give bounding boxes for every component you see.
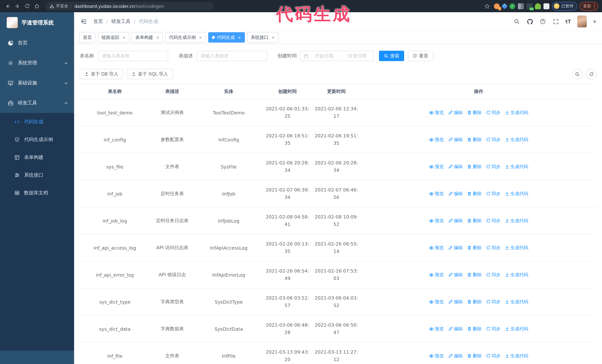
tab-codegen-example[interactable]: 代码生成示例× <box>165 32 206 42</box>
delete-link[interactable]: 删除 <box>467 218 482 224</box>
close-icon[interactable]: × <box>271 35 275 40</box>
extension-android-icon[interactable] <box>535 3 541 9</box>
preview-link[interactable]: 预览 <box>429 272 444 278</box>
generate-code-link[interactable]: 生成代码 <box>505 218 528 224</box>
tab-form-builder[interactable]: 表单构建× <box>131 32 163 42</box>
generate-code-link[interactable]: 生成代码 <box>505 164 528 170</box>
extension-puzzle-icon[interactable] <box>543 3 549 9</box>
refresh-table-button[interactable] <box>586 69 596 79</box>
delete-link[interactable]: 删除 <box>467 136 482 143</box>
close-icon[interactable]: × <box>122 35 126 40</box>
sync-link[interactable]: 同步 <box>486 218 501 224</box>
edit-link[interactable]: 编辑 <box>448 218 463 224</box>
search-button[interactable]: 搜索 <box>379 51 404 61</box>
preview-link[interactable]: 预览 <box>429 190 444 197</box>
generate-code-link[interactable]: 生成代码 <box>505 109 528 116</box>
toggle-search-button[interactable] <box>572 69 582 79</box>
edit-link[interactable]: 编辑 <box>448 136 463 143</box>
close-icon[interactable]: × <box>156 35 159 40</box>
forward-icon[interactable] <box>13 2 22 10</box>
table-name-input[interactable] <box>98 51 168 61</box>
sidebar-item-home[interactable]: 首页 <box>0 33 74 53</box>
generate-code-link[interactable]: 生成代码 <box>505 136 528 143</box>
generate-code-link[interactable]: 生成代码 <box>505 272 528 278</box>
table-desc-input[interactable] <box>197 51 267 61</box>
chrome-menu-icon[interactable] <box>594 4 595 9</box>
sync-link[interactable]: 同步 <box>486 190 501 197</box>
edit-link[interactable]: 编辑 <box>448 190 463 197</box>
back-icon[interactable] <box>4 2 12 10</box>
extension-dark-icon[interactable]: on <box>527 3 532 9</box>
sync-link[interactable]: 同步 <box>486 326 501 332</box>
home-icon[interactable] <box>32 2 41 10</box>
browser-update-button[interactable]: 更新 <box>580 2 598 10</box>
fullscreen-icon[interactable] <box>552 18 559 25</box>
close-icon[interactable]: × <box>199 35 202 40</box>
sync-link[interactable]: 同步 <box>486 164 501 170</box>
edit-link[interactable]: 编辑 <box>448 245 463 251</box>
edit-link[interactable]: 编辑 <box>448 299 463 305</box>
sync-link[interactable]: 同步 <box>486 245 501 251</box>
extension-columns-icon[interactable] <box>518 3 524 9</box>
preview-link[interactable]: 预览 <box>429 109 444 116</box>
sidebar-item-system[interactable]: 系统管理 <box>0 53 74 73</box>
edit-link[interactable]: 编辑 <box>448 272 463 278</box>
preview-link[interactable]: 预览 <box>429 353 444 359</box>
font-size-icon[interactable]: tT <box>565 19 571 24</box>
end-date-placeholder[interactable]: 结束日期 <box>344 53 370 59</box>
tab-trace[interactable]: 链路追踪× <box>98 32 129 42</box>
avatar-caret-icon[interactable]: ▼ <box>593 20 596 23</box>
app-logo-row[interactable]: 芋道管理系统 <box>0 12 74 33</box>
delete-link[interactable]: 删除 <box>467 245 482 251</box>
sync-link[interactable]: 同步 <box>486 136 501 143</box>
sidebar-item-system-api[interactable]: 系统接口 <box>0 166 74 184</box>
delete-link[interactable]: 删除 <box>467 190 482 197</box>
preview-link[interactable]: 预览 <box>429 218 444 224</box>
help-icon[interactable] <box>539 18 546 25</box>
generate-code-link[interactable]: 生成代码 <box>505 326 528 332</box>
preview-link[interactable]: 预览 <box>429 245 444 251</box>
reset-button[interactable]: 重置 <box>408 51 433 61</box>
tab-system-api[interactable]: 系统接口× <box>247 32 279 42</box>
sidebar-item-codegen[interactable]: 代码生成 <box>0 113 74 131</box>
tab-codegen[interactable]: 代码生成× <box>208 32 245 42</box>
avatar[interactable] <box>577 16 587 27</box>
reload-icon[interactable] <box>23 2 31 10</box>
import-db-button[interactable]: 基于 DB 导入 <box>80 69 123 79</box>
delete-link[interactable]: 删除 <box>467 326 482 332</box>
delete-link[interactable]: 删除 <box>467 109 482 116</box>
edit-link[interactable]: 编辑 <box>448 326 463 332</box>
generate-code-link[interactable]: 生成代码 <box>505 190 528 197</box>
import-sql-button[interactable]: 基于 SQL 导入 <box>127 69 173 79</box>
profile-paused-badge[interactable]: 已暂停 <box>552 2 577 10</box>
sync-link[interactable]: 同步 <box>486 272 501 278</box>
edit-link[interactable]: 编辑 <box>448 164 463 170</box>
breadcrumb-home[interactable]: 首页 <box>93 18 103 25</box>
extension-green-check-icon[interactable]: ✓ <box>509 3 515 9</box>
delete-link[interactable]: 删除 <box>467 164 482 170</box>
sync-link[interactable]: 同步 <box>486 109 501 116</box>
breadcrumb-devtools[interactable]: 研发工具 <box>111 18 130 25</box>
date-range-picker[interactable]: 开始日期 - 结束日期 <box>301 51 374 61</box>
edit-link[interactable]: 编辑 <box>448 353 463 359</box>
sidebar-item-db-docs[interactable]: 数据库文档 <box>0 184 74 202</box>
delete-link[interactable]: 删除 <box>467 299 482 305</box>
preview-link[interactable]: 预览 <box>429 299 444 305</box>
extension-gem-icon[interactable] <box>501 3 508 9</box>
delete-link[interactable]: 删除 <box>467 353 482 359</box>
generate-code-link[interactable]: 生成代码 <box>505 245 528 251</box>
generate-code-link[interactable]: 生成代码 <box>505 353 528 359</box>
generate-code-link[interactable]: 生成代码 <box>505 299 528 305</box>
sync-link[interactable]: 同步 <box>486 353 501 359</box>
sidebar-item-infra[interactable]: 基础设施 <box>0 73 74 93</box>
address-bar[interactable]: 不安全 dashboard.yudao.iocoder.cn/tool/code… <box>45 2 214 10</box>
start-date-placeholder[interactable]: 开始日期 <box>311 53 338 59</box>
close-icon[interactable]: × <box>238 35 241 40</box>
sync-link[interactable]: 同步 <box>486 299 501 305</box>
search-icon[interactable] <box>514 18 520 25</box>
github-icon[interactable] <box>527 18 533 25</box>
tab-home[interactable]: 首页 <box>79 32 96 42</box>
delete-link[interactable]: 删除 <box>467 272 482 278</box>
preview-link[interactable]: 预览 <box>429 326 444 332</box>
sidebar-item-devtools[interactable]: 研发工具 <box>0 93 74 113</box>
